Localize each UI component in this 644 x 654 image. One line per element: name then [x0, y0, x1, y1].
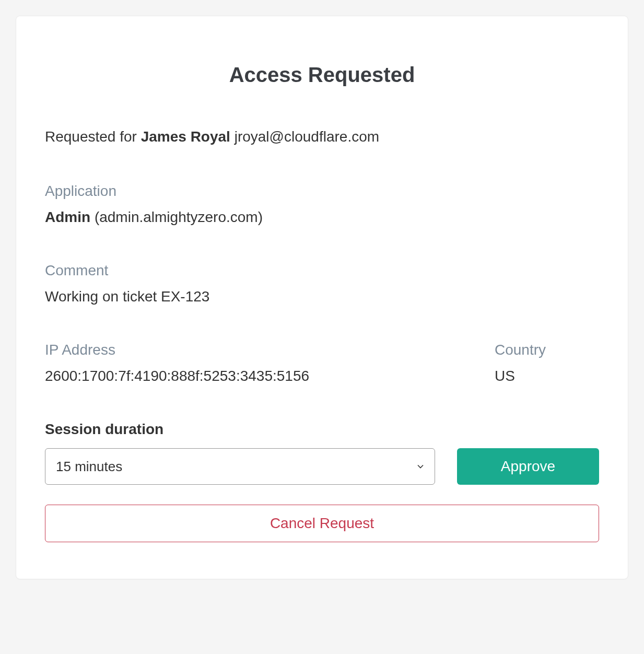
country-value: US [495, 368, 599, 384]
ip-value: 2600:1700:7f:4190:888f:5253:3435:5156 [45, 368, 474, 384]
application-value: Admin (admin.almightyzero.com) [45, 209, 599, 226]
session-duration-select[interactable]: 15 minutes [45, 448, 435, 485]
application-label: Application [45, 183, 599, 200]
country-label: Country [495, 342, 599, 358]
ip-section: IP Address 2600:1700:7f:4190:888f:5253:3… [45, 342, 474, 384]
country-section: Country US [495, 342, 599, 384]
session-duration-select-wrap: 15 minutes [45, 448, 435, 485]
ip-label: IP Address [45, 342, 474, 358]
comment-section: Comment Working on ticket EX-123 [45, 262, 599, 305]
requested-for-prefix: Requested for [45, 129, 141, 145]
comment-label: Comment [45, 262, 599, 279]
application-url: (admin.almightyzero.com) [95, 209, 263, 225]
requester-email: jroyal@cloudflare.com [235, 129, 379, 145]
ip-country-row: IP Address 2600:1700:7f:4190:888f:5253:3… [45, 342, 599, 384]
page-title: Access Requested [45, 63, 599, 87]
access-request-card: Access Requested Requested for James Roy… [16, 16, 628, 579]
requested-for-line: Requested for James Royal jroyal@cloudfl… [45, 129, 599, 145]
application-name: Admin [45, 209, 90, 225]
application-section: Application Admin (admin.almightyzero.co… [45, 183, 599, 226]
cancel-request-button[interactable]: Cancel Request [45, 505, 599, 542]
requester-name: James Royal [141, 129, 230, 145]
approve-button[interactable]: Approve [457, 448, 599, 485]
action-row: 15 minutes Approve [45, 448, 599, 485]
session-duration-label: Session duration [45, 421, 599, 438]
comment-value: Working on ticket EX-123 [45, 288, 599, 305]
